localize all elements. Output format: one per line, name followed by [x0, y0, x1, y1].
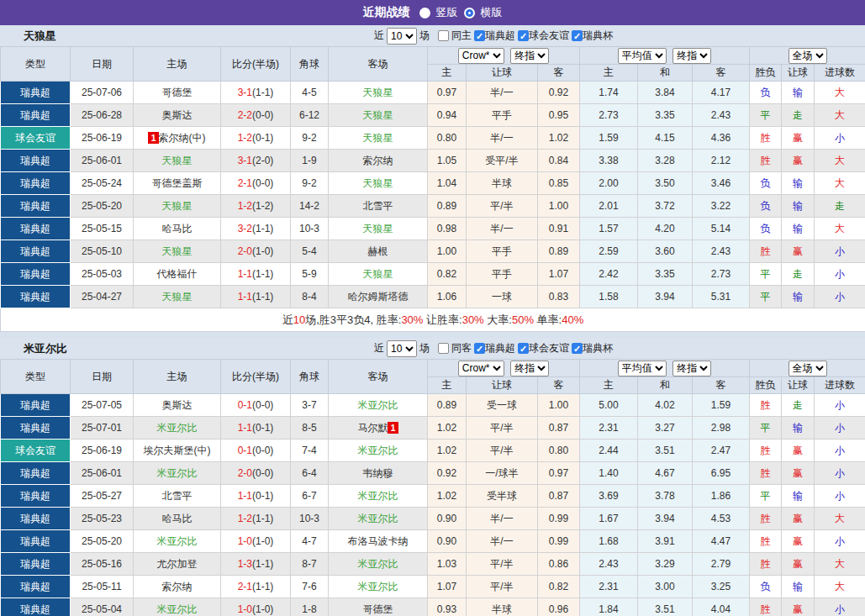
match-date-cell: 25-06-01 — [71, 462, 134, 485]
same-away-checkbox[interactable] — [438, 343, 449, 354]
home-team-cell: 哥德堡盖斯 — [134, 172, 221, 195]
match-row: 瑞典超25-06-01天狼星3-1(2-0)1-9索尔纳1.05受平/半0.84… — [1, 150, 865, 172]
team-section-sirius: 天狼星 近 10 场 同主 瑞典超 球会友谊 瑞典杯 类型 — [0, 25, 865, 332]
col-header-winloss: 胜负 — [750, 65, 782, 82]
avg-home-odds: 3.38 — [580, 150, 638, 172]
winloss-result-cell: 胜 — [750, 553, 782, 576]
corner-cell: 5-9 — [291, 263, 329, 286]
goals-result-cell: 小 — [815, 530, 865, 553]
winloss-result-cell: 胜 — [750, 240, 782, 263]
result-group-header: 全场 — [750, 47, 865, 65]
score-cell: 1-1(1-1) — [221, 263, 291, 286]
crow-home-odds: 1.02 — [428, 417, 467, 440]
winloss-result-cell: 负 — [750, 82, 782, 104]
crow-away-odds: 0.87 — [538, 417, 580, 440]
col-header-date: 日期 — [71, 47, 134, 82]
avg-home-odds: 2.73 — [580, 104, 638, 127]
match-date-cell: 25-05-23 — [71, 508, 134, 530]
handicap-result-cell: 输 — [782, 286, 815, 308]
match-type-cell: 瑞典超 — [1, 263, 71, 286]
winloss-result-cell: 胜 — [750, 440, 782, 462]
col-header-avg-home: 主 — [580, 377, 638, 394]
crow-away-odds: 0.95 — [538, 104, 580, 127]
winloss-result-cell: 胜 — [750, 530, 782, 553]
col-header-avg-draw: 和 — [638, 65, 693, 82]
handicap-cell: 半/一 — [467, 508, 538, 530]
home-team-cell: 哈马比 — [134, 508, 221, 530]
scope-select[interactable]: 全场 — [789, 361, 827, 376]
match-type-cell: 瑞典超 — [1, 172, 71, 195]
match-count-select[interactable]: 10 — [387, 340, 417, 357]
crow-home-odds: 0.94 — [428, 104, 467, 127]
crow-home-odds: 0.80 — [428, 127, 467, 150]
handicap-result-cell: 走 — [782, 394, 815, 417]
team-controls-bar: 天狼星 近 10 场 同主 瑞典超 球会友谊 瑞典杯 — [0, 25, 865, 46]
avg-final-select[interactable]: 终指 — [672, 48, 711, 64]
avg-away-odds: 3.25 — [693, 576, 750, 598]
avg-home-odds: 1.84 — [580, 598, 638, 616]
avg-draw-odds: 3.78 — [638, 485, 693, 508]
home-team-cell: 米亚尔比 — [134, 530, 221, 553]
league-checkbox-club-friendly[interactable] — [518, 343, 529, 354]
crow-final-select[interactable]: 终指 — [510, 361, 549, 376]
red-card-badge: 1 — [148, 132, 158, 144]
league-checkbox-swedish-cup[interactable] — [572, 343, 583, 354]
avg-draw-odds: 3.29 — [638, 553, 693, 576]
avg-home-odds: 2.31 — [580, 417, 638, 440]
league-checkbox-club-friendly[interactable] — [518, 30, 529, 41]
league-checkbox-swedish-cup[interactable] — [572, 30, 583, 41]
crow-away-odds: 0.84 — [538, 150, 580, 172]
avg-away-odds: 2.73 — [693, 263, 750, 286]
avg-away-odds: 1.59 — [693, 394, 750, 417]
away-team-cell: 韦纳穆 — [329, 462, 428, 485]
avg-away-odds: 1.86 — [693, 485, 750, 508]
goals-result-cell: 大 — [815, 218, 865, 240]
goals-result-cell: 大 — [815, 150, 865, 172]
away-team-cell: 哈尔姆斯塔德 — [329, 286, 428, 308]
radio-horizontal-layout[interactable] — [464, 8, 475, 18]
col-header-home: 主场 — [134, 360, 221, 394]
winloss-result-cell: 平 — [750, 263, 782, 286]
crow-final-select[interactable]: 终指 — [510, 48, 549, 64]
crow-odds-select[interactable]: Crow* — [458, 48, 504, 64]
match-count-select[interactable]: 10 — [387, 28, 417, 45]
page-title: 近期战绩 — [363, 5, 410, 20]
winloss-result-cell: 负 — [750, 576, 782, 598]
avg-odds-select[interactable]: 平均值 — [618, 361, 667, 376]
match-date-cell: 25-06-19 — [71, 127, 134, 150]
crow-away-odds: 0.91 — [538, 218, 580, 240]
avg-final-select[interactable]: 终指 — [672, 361, 711, 376]
league-checkbox-swedish-allsvenskan[interactable] — [474, 30, 485, 41]
match-date-cell: 25-06-01 — [71, 150, 134, 172]
goals-result-cell: 大 — [815, 172, 865, 195]
league-checkbox-swedish-allsvenskan[interactable] — [474, 343, 485, 354]
same-home-checkbox[interactable] — [438, 30, 449, 41]
score-cell: 1-2(1-2) — [221, 195, 291, 218]
radio-vertical-layout[interactable] — [419, 8, 430, 18]
corner-cell: 9-2 — [291, 172, 329, 195]
avg-odds-select[interactable]: 平均值 — [618, 48, 667, 64]
crow-home-odds: 0.97 — [428, 82, 467, 104]
handicap-cell: 半/一 — [467, 530, 538, 553]
crow-away-odds: 0.86 — [538, 553, 580, 576]
goals-result-cell: 小 — [815, 440, 865, 462]
handicap-cell: 半/一 — [467, 82, 538, 104]
avg-draw-odds: 3.84 — [638, 82, 693, 104]
home-team-cell: 米亚尔比 — [134, 462, 221, 485]
winloss-result-cell: 负 — [750, 218, 782, 240]
crow-odds-select[interactable]: Crow* — [458, 361, 504, 376]
goals-result-cell: 大 — [815, 553, 865, 576]
goals-result-cell: 大 — [815, 104, 865, 127]
col-header-score: 比分(半场) — [221, 47, 291, 82]
home-team-cell: 北雪平 — [134, 485, 221, 508]
results-table: 类型 日期 主场 比分(半场) 角球 客场 Crow* 终指 平均值 终指 — [0, 46, 865, 332]
match-date-cell: 25-07-05 — [71, 394, 134, 417]
score-cell: 2-1(0-0) — [221, 172, 291, 195]
away-team-cell: 索尔纳 — [329, 150, 428, 172]
away-team-cell: 布洛马波卡纳 — [329, 530, 428, 553]
col-header-corner: 角球 — [291, 47, 329, 82]
handicap-result-cell: 赢 — [782, 530, 815, 553]
scope-select[interactable]: 全场 — [789, 48, 827, 64]
crow-away-odds: 1.00 — [538, 195, 580, 218]
handicap-result-cell: 输 — [782, 576, 815, 598]
